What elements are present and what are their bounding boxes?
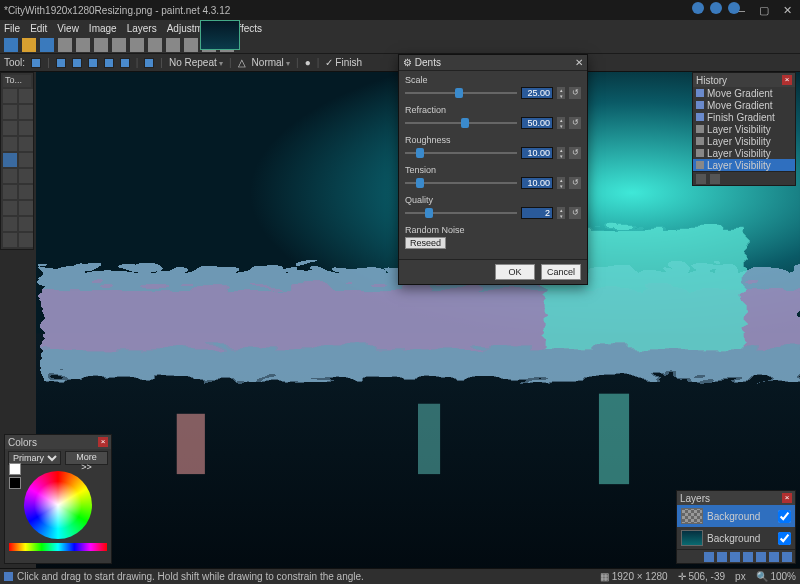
param-value[interactable]: 10.00 [521,147,553,159]
save-icon[interactable] [40,38,54,52]
param-reset-icon[interactable]: ↺ [569,117,581,129]
tool-color-picker[interactable] [19,185,33,199]
tool-magic-wand[interactable] [3,137,17,151]
param-spinner[interactable]: ▴▾ [557,117,565,129]
history-item[interactable]: Layer Visibility [693,147,795,159]
layer-row[interactable]: Background [677,505,795,527]
param-reset-icon[interactable]: ↺ [569,87,581,99]
antialias-icon[interactable]: ● [305,57,311,68]
layer-visibility-checkbox[interactable] [778,510,791,523]
layer-up-icon[interactable] [756,552,766,562]
param-spinner[interactable]: ▴▾ [557,147,565,159]
status-zoom[interactable]: 100% [770,571,796,582]
history-item[interactable]: Layer Visibility [693,135,795,147]
secondary-swatch[interactable] [9,477,21,489]
layer-delete-icon[interactable] [717,552,727,562]
reseed-button[interactable]: Reseed [405,237,446,249]
colors-more-button[interactable]: More >> [65,451,108,465]
dialog-close-icon[interactable]: ✕ [575,57,583,68]
layer-add-icon[interactable] [704,552,714,562]
param-spinner[interactable]: ▴▾ [557,87,565,99]
print-icon[interactable] [58,38,72,52]
history-item[interactable]: Move Gradient [693,99,795,111]
param-value[interactable]: 2 [521,207,553,219]
tool-ellipse-select[interactable] [3,121,17,135]
tool-move[interactable] [19,89,33,103]
document-thumbnail[interactable] [200,20,240,50]
color-wheel[interactable] [24,471,92,539]
layers-close-icon[interactable]: × [782,493,792,503]
copy-icon[interactable] [94,38,108,52]
palette-strip[interactable] [9,543,107,551]
tool-rectangle-select[interactable] [3,89,17,103]
history-item[interactable]: Move Gradient [693,87,795,99]
open-icon[interactable] [22,38,36,52]
menu-file[interactable]: File [4,23,20,34]
donate-icon[interactable] [728,2,740,14]
history-redo-icon[interactable] [710,174,720,184]
history-undo-icon[interactable] [696,174,706,184]
new-icon[interactable] [4,38,18,52]
cancel-button[interactable]: Cancel [541,264,581,280]
sampling-icon[interactable] [144,58,154,68]
menu-view[interactable]: View [57,23,79,34]
menu-image[interactable]: Image [89,23,117,34]
tool-pan[interactable] [19,137,33,151]
tool-paintbrush[interactable] [3,169,17,183]
history-close-icon[interactable]: × [782,75,792,85]
shape-mode-4-icon[interactable] [104,58,114,68]
param-slider[interactable] [405,147,517,159]
tool-picker-icon[interactable] [31,58,41,68]
shape-mode-2-icon[interactable] [72,58,82,68]
tool-recolor[interactable] [19,201,33,215]
paste-icon[interactable] [112,38,126,52]
finish-button[interactable]: Finish [325,57,362,68]
close-button[interactable]: ✕ [783,4,792,17]
crop-icon[interactable] [130,38,144,52]
param-value[interactable]: 50.00 [521,117,553,129]
shape-mode-3-icon[interactable] [88,58,98,68]
layer-down-icon[interactable] [769,552,779,562]
status-unit[interactable]: px [735,571,746,582]
menu-edit[interactable]: Edit [30,23,47,34]
layer-row[interactable]: Background [677,527,795,549]
tool-paint-bucket[interactable] [19,153,33,167]
shape-mode-1-icon[interactable] [56,58,66,68]
tool-zoom[interactable] [19,121,33,135]
tool-text[interactable] [3,217,17,231]
layer-merge-icon[interactable] [743,552,753,562]
history-item[interactable]: Finish Gradient [693,111,795,123]
tool-gradient[interactable] [3,153,17,167]
colors-close-icon[interactable]: × [98,437,108,447]
param-spinner[interactable]: ▴▾ [557,177,565,189]
param-reset-icon[interactable]: ↺ [569,147,581,159]
param-slider[interactable] [405,177,517,189]
tool-lasso[interactable] [3,105,17,119]
tool-pencil[interactable] [3,185,17,199]
alpha-icon[interactable]: △ [238,57,246,68]
tool-shapes[interactable] [19,233,33,247]
tool-move-selection[interactable] [19,105,33,119]
tool-line[interactable] [19,217,33,231]
history-item[interactable]: Layer Visibility [693,123,795,135]
menu-layers[interactable]: Layers [127,23,157,34]
layer-visibility-checkbox[interactable] [778,532,791,545]
tool-clone[interactable] [3,201,17,215]
repeat-dropdown[interactable]: No Repeat [169,57,223,68]
param-value[interactable]: 25.00 [521,87,553,99]
shape-mode-5-icon[interactable] [120,58,130,68]
ok-button[interactable]: OK [495,264,535,280]
tool-eraser[interactable] [19,169,33,183]
history-item[interactable]: Layer Visibility [693,159,795,171]
param-reset-icon[interactable]: ↺ [569,207,581,219]
maximize-button[interactable]: ▢ [759,4,769,17]
primary-swatch[interactable] [9,463,21,475]
cut-icon[interactable] [76,38,90,52]
param-spinner[interactable]: ▴▾ [557,207,565,219]
param-reset-icon[interactable]: ↺ [569,177,581,189]
param-value[interactable]: 10.00 [521,177,553,189]
param-slider[interactable] [405,117,517,129]
layer-properties-icon[interactable] [782,552,792,562]
deselect-icon[interactable] [148,38,162,52]
help-icon[interactable] [710,2,722,14]
